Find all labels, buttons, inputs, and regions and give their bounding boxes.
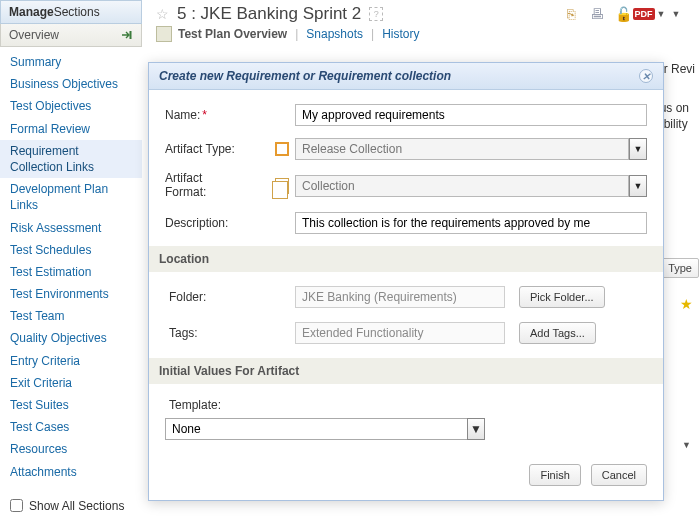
sidebar-item-business-objectives[interactable]: Business Objectives bbox=[0, 73, 142, 95]
sidebar-item-quality-objectives[interactable]: Quality Objectives bbox=[0, 327, 142, 349]
artifact-type-icon bbox=[275, 142, 289, 156]
cancel-button[interactable]: Cancel bbox=[591, 464, 647, 486]
show-all-label: Show All Sections bbox=[29, 499, 124, 513]
subnav-overview[interactable]: Test Plan Overview bbox=[178, 27, 287, 41]
dialog-body: Name:* Artifact Type: ▼ ArtifactFormat: … bbox=[149, 90, 663, 452]
print-icon[interactable]: 🖶 bbox=[589, 6, 605, 22]
sidebar-item-risk-assessment[interactable]: Risk Assessment bbox=[0, 217, 142, 239]
row-name: Name:* bbox=[165, 104, 647, 126]
show-all-checkbox[interactable] bbox=[10, 499, 23, 512]
label-tags: Tags: bbox=[165, 326, 295, 340]
artifact-type-select[interactable] bbox=[295, 138, 629, 160]
pdf-export-icon[interactable]: PDF▼ bbox=[641, 6, 657, 22]
artifact-type-caret[interactable]: ▼ bbox=[629, 138, 647, 160]
type-filter-button[interactable]: Type bbox=[661, 258, 699, 278]
row-artifact-type: Artifact Type: ▼ bbox=[165, 138, 647, 160]
label-artifact-format: ArtifactFormat: bbox=[165, 172, 275, 200]
pick-folder-button[interactable]: Pick Folder... bbox=[519, 286, 605, 308]
dropdown-caret-icon[interactable]: ▼ bbox=[682, 440, 691, 450]
sidebar-header-bold: Manage bbox=[9, 5, 54, 19]
show-all-sections[interactable]: Show All Sections bbox=[0, 491, 142, 521]
label-artifact-type: Artifact Type: bbox=[165, 142, 275, 156]
artifact-format-select[interactable] bbox=[295, 175, 629, 197]
artifact-format-icon bbox=[275, 178, 289, 194]
sidebar-item-test-estimation[interactable]: Test Estimation bbox=[0, 261, 142, 283]
template-select[interactable] bbox=[165, 418, 467, 440]
subnav-history[interactable]: History bbox=[382, 27, 419, 41]
sidebar-item-summary[interactable]: Summary bbox=[0, 51, 142, 73]
row-folder: Folder: Pick Folder... bbox=[165, 286, 647, 308]
sidebar-item-formal-review[interactable]: Formal Review bbox=[0, 118, 142, 140]
row-description: Description: bbox=[165, 212, 647, 234]
description-input[interactable] bbox=[295, 212, 647, 234]
sidebar-item-requirement-collection-links[interactable]: Requirement Collection Links bbox=[0, 140, 142, 178]
sidebar-item-test-cases[interactable]: Test Cases bbox=[0, 416, 142, 438]
unlock-icon[interactable]: 🔓 bbox=[615, 6, 631, 22]
dialog-title: Create new Requirement or Requirement co… bbox=[159, 69, 451, 83]
sidebar-header-rest: Sections bbox=[54, 5, 100, 19]
folder-input bbox=[295, 286, 505, 308]
template-caret[interactable]: ▼ bbox=[467, 418, 485, 440]
section-initial-values: Initial Values For Artifact bbox=[149, 358, 663, 384]
main-area: ☆ 5 : JKE Banking Sprint 2 ? ⎘ 🖶 🔓 PDF▼ … bbox=[150, 0, 699, 48]
title-row: ☆ 5 : JKE Banking Sprint 2 ? ⎘ 🖶 🔓 PDF▼ … bbox=[150, 0, 699, 26]
sidebar-item-development-plan-links[interactable]: Development Plan Links bbox=[0, 178, 142, 216]
copy-icon[interactable]: ⎘ bbox=[563, 6, 579, 22]
dialog-footer: Finish Cancel bbox=[149, 452, 663, 500]
sidebar-subheader[interactable]: Overview bbox=[0, 24, 142, 47]
create-requirement-dialog: Create new Requirement or Requirement co… bbox=[148, 62, 664, 501]
add-tags-button[interactable]: Add Tags... bbox=[519, 322, 596, 344]
sidebar: Manage Sections Overview Summary Busines… bbox=[0, 0, 142, 521]
label-name: Name:* bbox=[165, 108, 275, 122]
test-plan-icon bbox=[156, 26, 172, 42]
sidebar-header[interactable]: Manage Sections bbox=[0, 0, 142, 24]
star-icon[interactable]: ★ bbox=[680, 296, 693, 312]
label-folder: Folder: bbox=[165, 290, 295, 304]
overflow-menu-icon[interactable]: ▼ bbox=[667, 6, 683, 22]
svg-rect-0 bbox=[130, 31, 132, 39]
artifact-format-caret[interactable]: ▼ bbox=[629, 175, 647, 197]
row-artifact-format: ArtifactFormat: ▼ bbox=[165, 172, 647, 200]
sidebar-item-exit-criteria[interactable]: Exit Criteria bbox=[0, 372, 142, 394]
subnav: Test Plan Overview | Snapshots | History bbox=[150, 26, 699, 48]
sidebar-item-test-objectives[interactable]: Test Objectives bbox=[0, 95, 142, 117]
toolbar: ⎘ 🖶 🔓 PDF▼ ▼ bbox=[563, 6, 693, 22]
favorite-star-icon[interactable]: ☆ bbox=[156, 6, 169, 22]
page-title: 5 : JKE Banking Sprint 2 bbox=[177, 4, 361, 24]
help-icon[interactable]: ? bbox=[369, 7, 383, 21]
sidebar-subheader-label: Overview bbox=[9, 28, 59, 42]
row-tags: Tags: Add Tags... bbox=[165, 322, 647, 344]
sidebar-nav: Summary Business Objectives Test Objecti… bbox=[0, 47, 142, 491]
sidebar-item-attachments[interactable]: Attachments bbox=[0, 461, 142, 483]
sidebar-item-test-schedules[interactable]: Test Schedules bbox=[0, 239, 142, 261]
sidebar-item-entry-criteria[interactable]: Entry Criteria bbox=[0, 350, 142, 372]
pin-icon[interactable] bbox=[121, 29, 133, 41]
row-template: Template: ▼ bbox=[165, 398, 647, 440]
sidebar-item-test-suites[interactable]: Test Suites bbox=[0, 394, 142, 416]
name-input[interactable] bbox=[295, 104, 647, 126]
sidebar-item-resources[interactable]: Resources bbox=[0, 438, 142, 460]
section-location: Location bbox=[149, 246, 663, 272]
label-description: Description: bbox=[165, 216, 275, 230]
tags-input bbox=[295, 322, 505, 344]
sidebar-item-test-team[interactable]: Test Team bbox=[0, 305, 142, 327]
close-icon[interactable]: ✕ bbox=[639, 69, 653, 83]
sidebar-item-test-environments[interactable]: Test Environments bbox=[0, 283, 142, 305]
label-template: Template: bbox=[169, 398, 647, 412]
subnav-snapshots[interactable]: Snapshots bbox=[306, 27, 363, 41]
finish-button[interactable]: Finish bbox=[529, 464, 580, 486]
dialog-titlebar[interactable]: Create new Requirement or Requirement co… bbox=[149, 63, 663, 90]
